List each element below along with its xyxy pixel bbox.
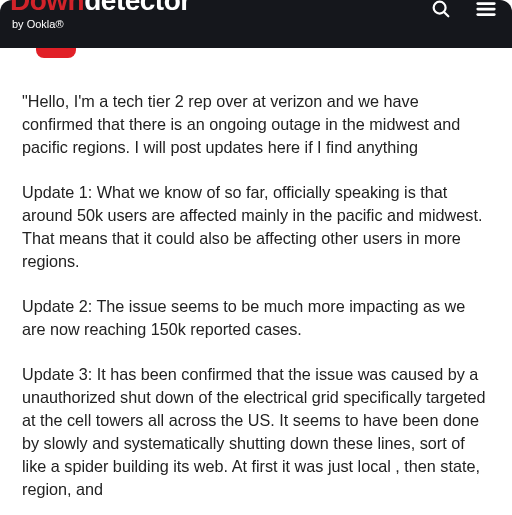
header-actions <box>426 0 502 24</box>
menu-button[interactable] <box>470 0 502 24</box>
post-paragraph: Update 3: It has been confirmed that the… <box>22 363 490 501</box>
search-icon <box>430 0 452 20</box>
menu-icon <box>474 0 498 20</box>
post-paragraph: Update 2: The issue seems to be much mor… <box>22 295 490 341</box>
post-paragraph: "Hello, I'm a tech tier 2 rep over at ve… <box>22 90 490 159</box>
site-logo[interactable]: Downdetector <box>10 0 191 15</box>
logo-part-detector: detector <box>84 0 190 16</box>
avatar-partial <box>36 48 76 58</box>
post-paragraph: Update 1: What we know of so far, offici… <box>22 181 490 273</box>
svg-line-1 <box>444 12 448 16</box>
logo-part-down: Down <box>10 0 84 16</box>
logo-byline: by Ookla® <box>12 18 64 30</box>
post-body: "Hello, I'm a tech tier 2 rep over at ve… <box>0 48 512 501</box>
search-button[interactable] <box>426 0 456 24</box>
site-header: Downdetector by Ookla® <box>0 0 512 48</box>
app-viewport: Downdetector by Ookla® <box>0 0 512 515</box>
